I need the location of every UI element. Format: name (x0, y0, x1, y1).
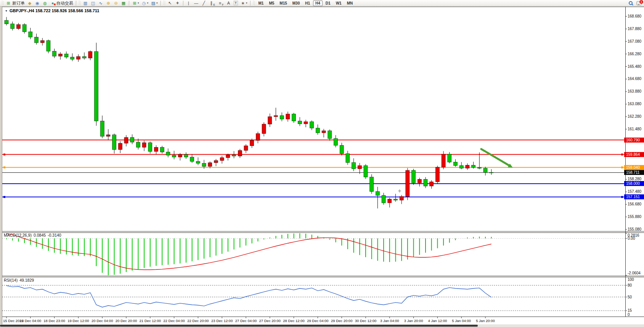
candle-body (148, 143, 152, 151)
candle-body (71, 57, 74, 59)
bar-chart-button[interactable]: ▥ (82, 0, 89, 6)
arrows-icon: ∗ (240, 0, 246, 6)
candle-body (35, 37, 39, 43)
timeframe-w1[interactable]: W1 (334, 0, 344, 6)
candle-body (214, 160, 218, 163)
templates-button[interactable]: ▨ ▾ (149, 0, 159, 6)
candle-body (286, 114, 290, 119)
candle-body (142, 143, 146, 147)
timeframe-h4[interactable]: H4 (313, 0, 323, 6)
profile-icon: ◉ (35, 0, 40, 6)
chevron-down-icon: ▾ (147, 2, 149, 5)
toolbar-separator (161, 1, 161, 6)
indicators-button[interactable]: ⊞ ▾ (131, 0, 140, 6)
candle-body (292, 114, 296, 121)
equidistant-channel-tool[interactable]: ∥ E (208, 0, 217, 6)
mt4-terminal: ⊞ 新订单 ◆ ◉ ◍ ● 自动交易 ▥ ◫ ∿ ⊕ ⊖ ▦ (0, 0, 644, 327)
line-chart-button[interactable]: ∿ (97, 0, 104, 6)
new-order-label: 新订单 (12, 0, 25, 6)
candle-body (196, 162, 200, 164)
candle-body (202, 164, 206, 167)
candle-body (448, 154, 451, 162)
candle-body (47, 40, 50, 51)
candle-body (238, 151, 242, 156)
mql-community-button[interactable]: ◆ (26, 0, 34, 6)
toolbar-grip[interactable] (253, 1, 255, 5)
candle-body (5, 21, 8, 24)
arrows-tool[interactable]: ∗ ▾ (239, 0, 249, 6)
vertical-line-tool[interactable]: | (185, 0, 193, 6)
signal-icon: ◍ (42, 0, 48, 6)
candle-body (280, 115, 284, 119)
candle-body (220, 158, 224, 160)
zoom-in-icon: ⊕ (106, 0, 111, 6)
new-order-button[interactable]: ⊞ 新订单 (5, 0, 26, 6)
hline-handle (621, 167, 623, 168)
candle-body (472, 165, 475, 167)
horizontal-line-tool[interactable]: — (193, 0, 200, 6)
timeframe-h1[interactable]: H1 (303, 0, 312, 6)
fibonacci-icon-sub: F (222, 3, 223, 6)
channel-icon-sub: E (214, 3, 215, 6)
toolbar-grip[interactable] (2, 1, 3, 5)
candle-body (435, 167, 439, 182)
timeframe-m1[interactable]: M1 (256, 0, 266, 6)
chevron-down-icon: ▾ (156, 2, 158, 5)
candle-body (346, 154, 350, 162)
candle-body (364, 166, 368, 177)
auto-trading-stop-dot (54, 3, 56, 5)
text-label-tool[interactable]: T (233, 0, 239, 6)
candle-body (22, 24, 26, 32)
toolbar-separator (250, 1, 251, 6)
toolbar-grip[interactable] (79, 1, 80, 5)
candle-chart-button[interactable]: ◫ (89, 0, 97, 6)
chat-icon[interactable]: 1 (636, 1, 642, 5)
candle-body (442, 154, 445, 167)
scrollbar-thumb[interactable] (0, 325, 478, 327)
timeframe-mn[interactable]: MN (345, 0, 355, 6)
candle-body (95, 51, 98, 121)
candle-body (400, 197, 403, 200)
candle-body (208, 163, 212, 167)
auto-trading-button[interactable]: ● 自动交易 (49, 0, 74, 6)
timeframe-m30[interactable]: M30 (290, 0, 302, 6)
zoom-in-button[interactable]: ⊕ (104, 0, 112, 6)
timeframe-m5[interactable]: M5 (267, 0, 276, 6)
candle-body (154, 147, 158, 152)
candle-body (310, 122, 314, 128)
candle-body (244, 146, 248, 150)
notification-badge: 1 (639, 0, 643, 4)
horizontal-scrollbar[interactable] (0, 324, 644, 327)
toolbar-separator (76, 1, 76, 6)
candle-body (262, 124, 266, 134)
toolbar-grip[interactable] (164, 1, 165, 5)
trendline-tool[interactable]: ╱ (200, 0, 208, 6)
timeframe-m15[interactable]: M15 (277, 0, 289, 6)
text-tool[interactable]: A (225, 0, 233, 6)
crosshair-tool-button[interactable]: + (174, 0, 181, 6)
signals-button[interactable]: ◍ (41, 0, 49, 6)
candle-body (100, 121, 104, 136)
horizontal-line-icon: — (194, 0, 199, 6)
candle-body (322, 131, 326, 133)
zoom-out-button[interactable]: ⊖ (112, 0, 120, 6)
search-icon[interactable] (629, 1, 633, 5)
profile-button[interactable]: ◉ (34, 0, 41, 6)
candle-body (466, 165, 469, 168)
clock-icon: ◷ (141, 0, 147, 6)
bar-chart-icon: ▥ (83, 0, 88, 6)
cursor-tool-button[interactable]: ↖ (166, 0, 174, 6)
zoom-out-icon: ⊖ (113, 0, 119, 6)
timeframe-d1[interactable]: D1 (323, 0, 333, 6)
candle-body (304, 122, 308, 124)
candle-body (136, 142, 140, 147)
candle-body (53, 51, 56, 56)
chevron-down-icon: ▾ (246, 2, 247, 5)
candle-body (178, 155, 182, 157)
tile-windows-button[interactable]: ▦ (120, 0, 127, 6)
fibonacci-tool[interactable]: ≡ F (216, 0, 225, 6)
chart-canvas[interactable] (0, 0, 644, 327)
hline-handle (621, 196, 623, 198)
candle-body (82, 56, 86, 58)
periods-button[interactable]: ◷ ▾ (140, 0, 150, 6)
